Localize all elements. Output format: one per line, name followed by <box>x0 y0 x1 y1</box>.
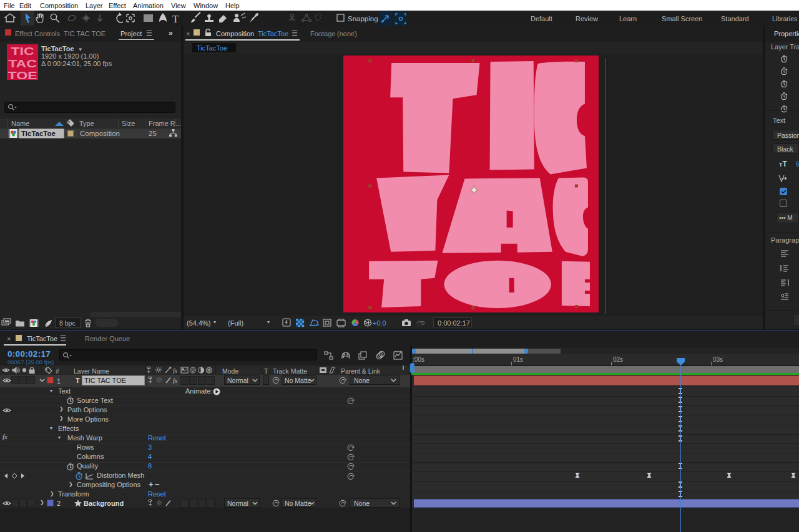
svg-text:TOE: TOE <box>8 70 37 80</box>
svg-text:T: T <box>172 13 179 25</box>
svg-text:Snapping: Snapping <box>348 15 378 22</box>
svg-text:TIC: TIC <box>11 46 34 57</box>
svg-text:fx: fx <box>173 367 178 374</box>
svg-text:TAC: TAC <box>8 58 37 69</box>
svg-text:fx: fx <box>173 377 178 384</box>
